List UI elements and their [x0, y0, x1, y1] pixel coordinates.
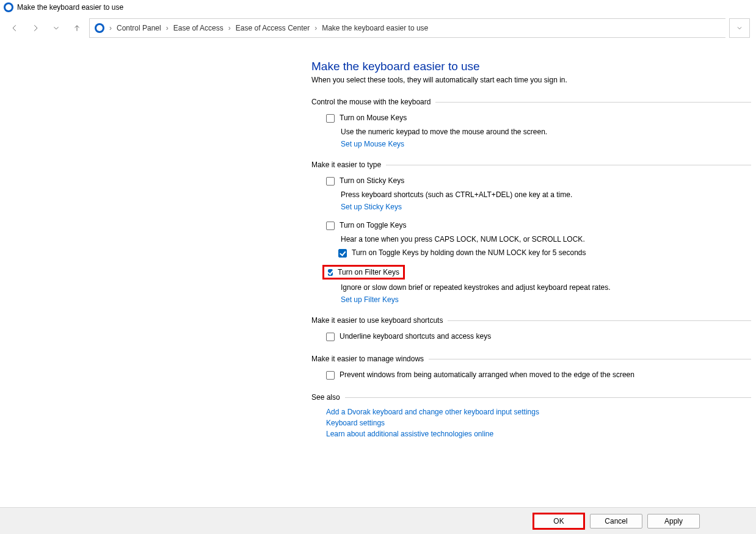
- chevron-right-icon: ›: [313, 24, 318, 32]
- forward-button[interactable]: [27, 20, 44, 37]
- breadcrumb-item[interactable]: Control Panel: [117, 24, 161, 32]
- chevron-right-icon: ›: [227, 24, 232, 32]
- stickykeys-setup-link[interactable]: Set up Sticky Keys: [341, 203, 751, 211]
- address-bar[interactable]: › Control Panel › Ease of Access › Ease …: [89, 18, 725, 38]
- prevent-arrange-label: Prevent windows from being automatically…: [340, 370, 634, 379]
- ok-button-highlight: OK: [532, 513, 585, 530]
- chevron-right-icon: ›: [165, 24, 170, 32]
- stickykeys-label: Turn on Sticky Keys: [340, 176, 404, 185]
- group-title: See also: [311, 393, 340, 402]
- apply-button[interactable]: Apply: [647, 514, 700, 529]
- group-windows: Make it easier to manage windows Prevent…: [311, 355, 751, 381]
- assistive-tech-link[interactable]: Learn about additional assistive technol…: [326, 430, 751, 438]
- breadcrumb-item[interactable]: Ease of Access: [173, 24, 224, 32]
- chevron-right-icon: ›: [108, 24, 113, 32]
- prevent-arrange-checkbox[interactable]: [326, 371, 335, 380]
- back-button[interactable]: [6, 20, 23, 37]
- control-panel-icon: [95, 23, 104, 33]
- group-shortcuts: Make it easier to use keyboard shortcuts…: [311, 316, 751, 342]
- underline-label: Underline keyboard shortcuts and access …: [340, 332, 491, 341]
- dvorak-link[interactable]: Add a Dvorak keyboard and change other k…: [326, 408, 751, 416]
- breadcrumb-item[interactable]: Ease of Access Center: [236, 24, 310, 32]
- divider: [435, 102, 751, 103]
- group-type: Make it easier to type Turn on Sticky Ke…: [311, 161, 751, 304]
- underline-checkbox[interactable]: [326, 333, 335, 341]
- filterkeys-label: Turn on Filter Keys: [338, 268, 399, 276]
- stickykeys-desc: Press keyboard shortcuts (such as CTRL+A…: [341, 190, 751, 199]
- breadcrumb-item[interactable]: Make the keyboard easier to use: [322, 24, 428, 32]
- divider: [429, 359, 751, 359]
- mousekeys-desc: Use the numeric keypad to move the mouse…: [341, 128, 751, 136]
- up-button[interactable]: [68, 20, 85, 37]
- content-area: Make the keyboard easier to use When you…: [0, 43, 756, 507]
- divider: [345, 397, 751, 398]
- dialog-footer: OK Cancel Apply: [0, 507, 756, 534]
- cancel-button[interactable]: Cancel: [590, 514, 642, 529]
- address-dropdown[interactable]: [729, 18, 750, 38]
- togglekeys-checkbox[interactable]: [326, 222, 335, 230]
- group-title: Make it easier to manage windows: [311, 355, 424, 363]
- mousekeys-setup-link[interactable]: Set up Mouse Keys: [341, 140, 751, 148]
- window-title: Make the keyboard easier to use: [17, 3, 123, 12]
- group-title: Control the mouse with the keyboard: [311, 98, 431, 106]
- divider: [386, 165, 751, 165]
- group-title: Make it easier to type: [311, 161, 381, 169]
- divider: [448, 320, 751, 321]
- mousekeys-label: Turn on Mouse Keys: [340, 114, 407, 122]
- page-subtitle: When you select these tools, they will a…: [311, 76, 751, 84]
- page-title: Make the keyboard easier to use: [311, 60, 751, 73]
- nav-toolbar: › Control Panel › Ease of Access › Ease …: [0, 15, 756, 41]
- recent-dropdown-icon[interactable]: [48, 20, 65, 37]
- mousekeys-checkbox[interactable]: [326, 114, 335, 123]
- togglekeys-label: Turn on Toggle Keys: [340, 221, 406, 229]
- togglekeys-hold-label: Turn on Toggle Keys by holding down the …: [352, 248, 586, 257]
- filterkeys-checkbox[interactable]: [328, 269, 333, 276]
- group-see-also: See also Add a Dvorak keyboard and chang…: [311, 393, 751, 438]
- group-mouse: Control the mouse with the keyboard Turn…: [311, 98, 751, 148]
- control-panel-icon: [4, 2, 13, 12]
- filterkeys-setup-link[interactable]: Set up Filter Keys: [341, 295, 751, 304]
- filterkeys-highlight: Turn on Filter Keys: [322, 265, 405, 280]
- group-title: Make it easier to use keyboard shortcuts: [311, 316, 443, 325]
- togglekeys-hold-checkbox[interactable]: [338, 249, 347, 258]
- ok-button[interactable]: OK: [534, 514, 583, 528]
- keyboard-settings-link[interactable]: Keyboard settings: [326, 419, 751, 427]
- filterkeys-desc: Ignore or slow down brief or repeated ke…: [341, 283, 751, 292]
- stickykeys-checkbox[interactable]: [326, 177, 335, 186]
- window-titlebar: Make the keyboard easier to use: [0, 0, 756, 15]
- togglekeys-desc: Hear a tone when you press CAPS LOCK, NU…: [341, 235, 751, 244]
